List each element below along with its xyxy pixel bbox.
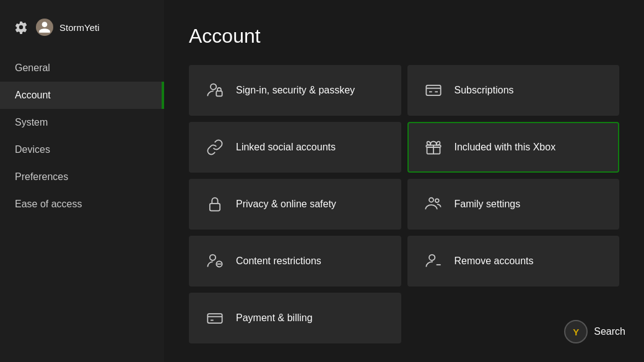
svg-point-10 — [429, 255, 435, 261]
search-button[interactable]: Y Search — [564, 320, 625, 343]
svg-point-6 — [429, 198, 433, 202]
sidebar-item-account[interactable]: Account — [0, 82, 164, 109]
tile-remove-accounts-label: Remove accounts — [455, 255, 534, 268]
main-content: Account Sign-in, security & passkey — [164, 0, 644, 362]
avatar — [36, 19, 53, 36]
tile-signin-security-label: Sign-in, security & passkey — [236, 84, 355, 97]
svg-rect-2 — [426, 85, 440, 95]
sidebar-item-ease-of-access[interactable]: Ease of access — [0, 191, 164, 218]
sidebar-nav: General Account System Devices Preferenc… — [0, 54, 164, 218]
svg-rect-5 — [210, 204, 220, 211]
tile-privacy-safety-label: Privacy & online safety — [236, 198, 336, 211]
y-button-icon: Y — [564, 320, 588, 343]
search-label: Search — [594, 326, 625, 337]
tile-content-restrictions[interactable]: Content restrictions — [189, 236, 401, 287]
page-title: Account — [189, 25, 619, 48]
tile-linked-social[interactable]: Linked social accounts — [189, 122, 401, 173]
family-icon — [424, 194, 443, 214]
gift-icon — [424, 137, 443, 157]
card-icon — [205, 308, 225, 328]
sidebar: StormYeti General Account System Devices… — [0, 0, 164, 362]
lock-icon — [205, 194, 225, 214]
tile-privacy-safety[interactable]: Privacy & online safety — [189, 179, 401, 230]
svg-rect-1 — [216, 91, 222, 96]
tile-family-settings-label: Family settings — [455, 198, 521, 211]
link-icon — [205, 137, 225, 157]
tile-content-restrictions-label: Content restrictions — [236, 255, 321, 268]
tile-included-xbox[interactable]: Included with this Xbox — [407, 122, 620, 173]
sidebar-item-devices[interactable]: Devices — [0, 136, 164, 163]
sidebar-item-system[interactable]: System — [0, 109, 164, 136]
tile-linked-social-label: Linked social accounts — [236, 141, 336, 154]
person-lock-icon — [205, 80, 225, 100]
svg-point-7 — [435, 199, 438, 202]
tile-payment-billing-label: Payment & billing — [236, 312, 313, 325]
tiles-grid: Sign-in, security & passkey Subscription… — [189, 65, 619, 343]
svg-point-8 — [210, 255, 215, 261]
tile-remove-accounts[interactable]: Remove accounts — [407, 236, 620, 287]
tile-included-xbox-label: Included with this Xbox — [455, 141, 556, 154]
tile-family-settings[interactable]: Family settings — [407, 179, 620, 230]
subscriptions-icon — [424, 80, 443, 100]
username-label: StormYeti — [59, 22, 99, 33]
svg-rect-11 — [207, 314, 222, 323]
person-remove-icon — [424, 251, 443, 271]
person-block-icon — [205, 251, 225, 271]
sidebar-item-general[interactable]: General — [0, 54, 164, 82]
sidebar-user: StormYeti — [0, 19, 164, 54]
svg-point-0 — [211, 84, 216, 90]
gear-icon — [12, 19, 30, 36]
tile-subscriptions-label: Subscriptions — [455, 84, 514, 97]
sidebar-item-preferences[interactable]: Preferences — [0, 163, 164, 191]
tile-signin-security[interactable]: Sign-in, security & passkey — [189, 65, 401, 116]
tile-subscriptions[interactable]: Subscriptions — [407, 65, 620, 116]
tile-payment-billing[interactable]: Payment & billing — [189, 293, 401, 343]
